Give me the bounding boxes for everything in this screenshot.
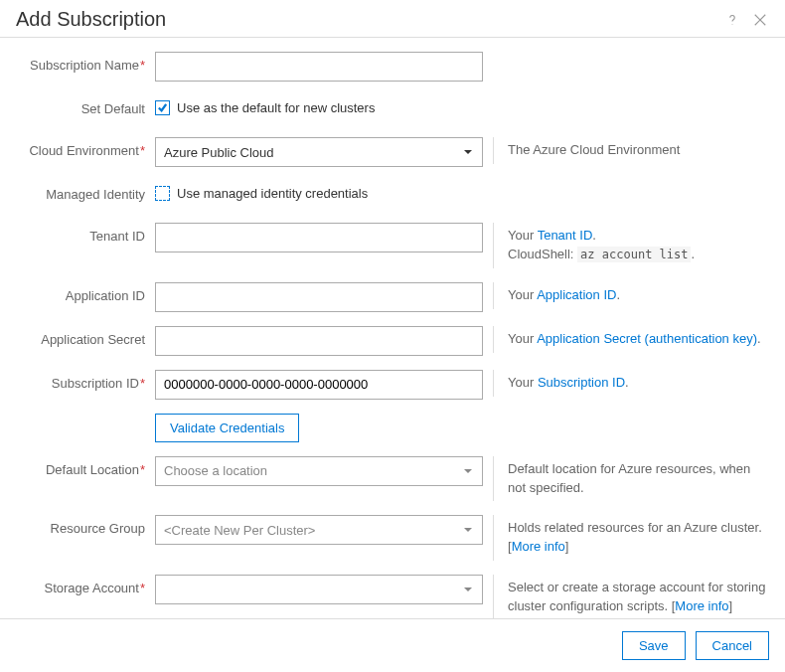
storage-account-more-info-link[interactable]: More info [675, 598, 728, 613]
application-secret-link[interactable]: Application Secret (authentication key) [537, 331, 757, 346]
dialog-body: Subscription Name* Set Default Use as th… [0, 38, 785, 618]
hint-cloud-environment: The Azure Cloud Environment [493, 137, 769, 164]
cloudshell-command: az account list [577, 247, 691, 262]
tenant-id-link[interactable]: Tenant ID [538, 228, 593, 243]
row-application-id: Application ID Your Application ID. [16, 282, 769, 312]
dialog-header: Add Subscription [0, 0, 785, 38]
hint-tenant-id: Your Tenant ID. CloudShell: az account l… [493, 223, 769, 268]
label-cloud-environment: Cloud Environment* [16, 137, 155, 158]
chevron-down-icon [458, 520, 478, 540]
label-resource-group: Resource Group [16, 515, 155, 536]
label-subscription-name: Subscription Name* [16, 52, 155, 73]
set-default-checkbox-label: Use as the default for new clusters [177, 100, 375, 115]
subscription-id-link[interactable]: Subscription ID [538, 375, 625, 390]
hint-default-location: Default location for Azure resources, wh… [493, 456, 769, 502]
row-resource-group: Resource Group <Create New Per Cluster> … [16, 515, 769, 561]
validate-credentials-button[interactable]: Validate Credentials [155, 414, 299, 442]
chevron-down-icon [458, 461, 478, 481]
check-icon [157, 102, 168, 113]
managed-identity-checkbox[interactable] [155, 186, 170, 201]
row-cloud-environment: Cloud Environment* Azure Public Cloud Th… [16, 137, 769, 167]
row-storage-account: Storage Account* Select or create a stor… [16, 575, 769, 618]
cloud-environment-select[interactable]: Azure Public Cloud [155, 137, 483, 167]
hint-storage-account: Select or create a storage account for s… [493, 575, 769, 618]
dialog-footer: Save Cancel [0, 618, 785, 672]
chevron-down-icon [458, 580, 478, 599]
cancel-button[interactable]: Cancel [696, 631, 769, 660]
svg-point-0 [732, 24, 733, 25]
managed-identity-checkbox-label: Use managed identity credentials [177, 186, 368, 201]
default-location-select[interactable]: Choose a location [155, 456, 483, 486]
label-subscription-id: Subscription ID* [16, 370, 155, 391]
hint-subscription-id: Your Subscription ID. [493, 370, 769, 397]
label-tenant-id: Tenant ID [16, 223, 155, 244]
subscription-id-input[interactable] [155, 370, 483, 400]
subscription-name-input[interactable] [155, 52, 483, 82]
chevron-down-icon [458, 142, 478, 162]
hint-resource-group: Holds related resources for an Azure clu… [493, 515, 769, 561]
resource-group-value: <Create New Per Cluster> [164, 523, 315, 538]
application-secret-input[interactable] [155, 326, 483, 356]
header-actions [723, 11, 769, 29]
tenant-id-input[interactable] [155, 223, 483, 252]
row-managed-identity: Managed Identity Use managed identity cr… [16, 181, 769, 209]
default-location-value: Choose a location [164, 463, 267, 478]
row-tenant-id: Tenant ID Your Tenant ID. CloudShell: az… [16, 223, 769, 268]
label-application-id: Application ID [16, 282, 155, 303]
application-id-input[interactable] [155, 282, 483, 312]
close-icon[interactable] [751, 11, 769, 29]
label-set-default: Set Default [16, 95, 155, 116]
row-validate: Validate Credentials [16, 414, 769, 442]
set-default-checkbox[interactable] [155, 100, 170, 115]
hint-application-id: Your Application ID. [493, 282, 769, 309]
row-application-secret: Application Secret Your Application Secr… [16, 326, 769, 356]
cloud-environment-value: Azure Public Cloud [164, 145, 274, 160]
label-managed-identity: Managed Identity [16, 181, 155, 202]
storage-account-select[interactable] [155, 575, 483, 604]
application-id-link[interactable]: Application ID [537, 287, 616, 302]
save-button[interactable]: Save [622, 631, 686, 660]
resource-group-select[interactable]: <Create New Per Cluster> [155, 515, 483, 545]
label-application-secret: Application Secret [16, 326, 155, 347]
label-default-location: Default Location* [16, 456, 155, 477]
label-storage-account: Storage Account* [16, 575, 155, 595]
row-subscription-name: Subscription Name* [16, 52, 769, 82]
hint-application-secret: Your Application Secret (authentication … [493, 326, 769, 353]
dialog-title: Add Subscription [16, 8, 166, 31]
row-default-location: Default Location* Choose a location Defa… [16, 456, 769, 502]
add-subscription-dialog: Add Subscription Subscription Name* Set … [0, 0, 785, 672]
row-set-default: Set Default Use as the default for new c… [16, 95, 769, 123]
row-subscription-id: Subscription ID* Your Subscription ID. [16, 370, 769, 400]
resource-group-more-info-link[interactable]: More info [512, 539, 565, 554]
help-icon[interactable] [723, 11, 741, 29]
